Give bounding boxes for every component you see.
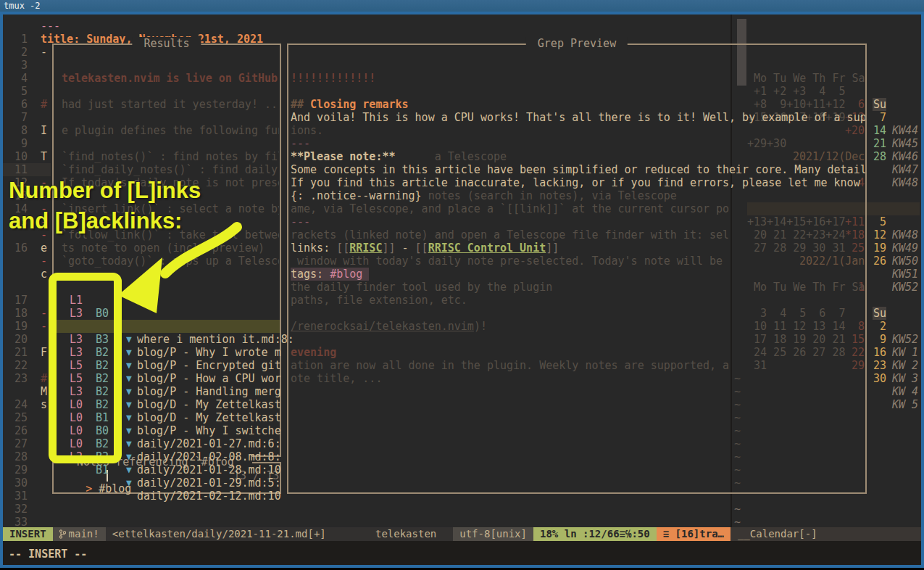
line-number-row: 4 [9,59,48,72]
backlinks-count: B1 [96,463,109,476]
line-number-row: 30 [9,463,48,476]
result-file-label: daily/2021-01-29.md:5: [137,476,281,490]
line-number-row: 18 - [9,294,48,307]
line-number-row: 1 [9,20,48,33]
tmux-title-text: tmux -2 [4,1,41,11]
line-number-row: 6 [9,85,48,98]
trailing-whitespace-segment: ≡ [16]tra… [657,527,731,541]
line-number-row: 2 [9,33,48,46]
result-file-label: daily/2021-02-08.md:8: [137,450,281,463]
preview-line: **Please note:** a Telescope [291,150,507,163]
position-segment: 18% ln :12/66≡℅:50 [533,527,657,541]
line-number-row: 22 # [9,346,48,359]
calendar-sunday: 21 [873,137,886,150]
result-file-label: daily/2021-02-12.md:10 [137,490,281,503]
line-number-row: 27 [9,424,48,437]
calendar-week-number: KW 5 [892,398,918,411]
markdown-file-icon: ▼ [126,463,132,476]
line-number-row: 20 F [9,320,48,333]
line-number-row: 8 [9,111,48,124]
prompt-caret-char: > [86,482,92,495]
buffer-margin-char: - [41,255,47,268]
calendar-sunday: 26 [873,255,886,268]
preview-line: links: [[RRISC]] - [[RRISC Control Unit]… [291,241,559,255]
calendar-sunday: 30 [873,372,886,385]
line-number-row: 25 [9,398,48,411]
line-number-row: 33 [9,503,48,516]
line-number-row: 29 [9,450,48,463]
buffer-margin-char: c [41,268,47,281]
line-number-row: 28 [9,437,48,450]
line-number-row: 7 I [9,98,48,111]
insert-mode-message: -- INSERT -- [9,548,87,561]
preview-line: evening [291,346,336,359]
line-number-row: 24 [9,385,48,398]
line-number-row: 19 [9,307,48,320]
line-number-row: 12 - [9,163,48,176]
calendar-week-number: KW46 [892,150,918,163]
preview-line: ame, via Telescope, and place a `[[link]… [291,202,729,215]
calendar-week-number: KW 4 [892,385,918,398]
preview-line: ions. [291,124,323,137]
preview-line: /renerocksai/telekasten.nvim)! [291,320,487,333]
preview-line: --- [291,137,310,150]
line-number-row: s [9,372,48,385]
calendar-sunday: 19 [873,241,886,255]
line-number-row: 11 - [9,150,48,163]
preview-line: ote title, ... [291,372,382,385]
preview-line: !!!!!!!!!!!!! [291,72,375,85]
markdown-file-icon: ▼ [126,476,132,490]
result-file-label: daily/2021-01-28.md:10 [137,463,281,476]
calendar-week-number: KW49 [892,241,918,255]
preview-line: ## Closing remarks [291,98,409,111]
calendar-sunday: 28 [873,150,886,163]
preview-line: rackets (linked note) and open a Telesco… [291,228,729,241]
preview-line: Some concepts in this article have been … [291,163,865,176]
preview-line: {: .notice--warning} notes (search in no… [291,189,677,202]
preview-line: ation are now all done in the plugin. We… [291,359,729,372]
preview-line: And voila! This is how a CPU works! That… [291,111,865,124]
line-number-row: 5 # [9,72,48,85]
line-number-row: 32 [9,490,48,503]
calendar-fragment: ~ [734,503,741,516]
preview-line: tags: #blog [291,268,369,281]
line-number-row: 31 [9,476,48,490]
mode-indicator: INSERT [3,527,53,541]
line-number-row: 23 M [9,359,48,372]
line-number-row: 17 - [9,281,48,294]
line-number-row: 21 [9,333,48,346]
results-window-title: Results [132,37,201,50]
line-number-row: 3 [9,46,48,59]
git-branch-label: main! [69,527,99,541]
line-number-row: c [9,241,48,255]
filename-segment: <ettelkasten/daily/2021-11-21.md[+] [106,527,333,541]
tmux-titlebar: tmux -2 [0,0,924,12]
annotation-text-line1: Number of [L]inks [9,178,201,204]
preview-line: --- [291,215,310,228]
grep-preview-content: !!!!!!!!!!!!!## Closing remarksAnd voila… [291,45,865,492]
preview-line: window with today's daily note pre-selec… [291,255,723,268]
git-branch-segment: main! [53,527,106,541]
annotation-arrow-icon [94,214,261,330]
preview-line: the daily finder tool used by the plugin [291,281,552,294]
calendar-sunday: 23 [873,359,886,372]
preview-line: If you find this article inaccurate, lac… [291,176,860,189]
statusline: INSERT main! <ettelkasten/daily/2021-11-… [3,527,731,541]
calendar-week-number: KW 3 [892,372,918,385]
calendar-week-number: KW45 [892,137,918,150]
statusline-spacer [333,527,369,541]
markdown-file-icon: ▼ [126,450,132,463]
git-branch-icon [59,529,66,539]
calendar-week-number: KW50 [892,255,918,268]
preview-line: paths, file extension, etc. [291,294,467,307]
filetype-segment: telekasten [369,527,443,541]
calendar-week-number: KW 2 [892,359,918,372]
encoding-segment: utf-8[unix] [453,527,533,541]
line-number-row: 26 [9,411,48,424]
line-number-row: 9 T [9,124,48,137]
line-number-row: 10 [9,137,48,150]
calendar-statusline: __Calendar[-] [731,527,921,541]
cmdline-area: -- INSERT -- [3,541,921,565]
